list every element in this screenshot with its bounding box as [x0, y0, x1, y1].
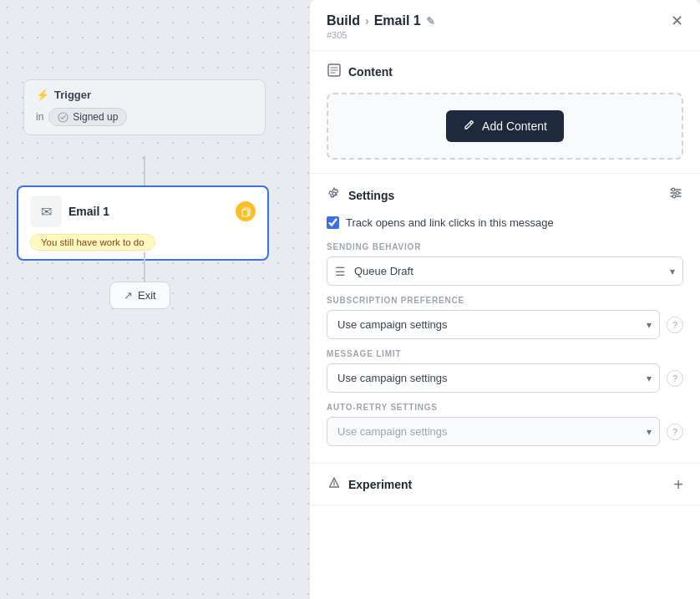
svg-rect-1 [242, 210, 248, 216]
email-node[interactable]: ✉ Email 1 You still have work to do [17, 185, 269, 261]
email-icon: ✉ [41, 204, 52, 220]
breadcrumb-separator: › [365, 14, 369, 28]
tune-icon[interactable] [668, 185, 683, 205]
content-section: Content Add Content [310, 51, 700, 174]
subscription-pref-help-icon[interactable]: ? [667, 317, 683, 333]
signed-up-icon [58, 112, 68, 123]
exit-node[interactable]: ↗ Exit [109, 282, 170, 309]
bolt-icon: ⚡ [36, 89, 49, 101]
svg-line-6 [470, 123, 472, 124]
edit-title-icon[interactable]: ✎ [426, 15, 435, 28]
email-copy-icon[interactable] [236, 201, 256, 221]
auto-retry-row: Use campaign settings ▾ ? [327, 417, 683, 446]
content-section-header[interactable]: Content [310, 51, 700, 93]
message-limit-help-icon[interactable]: ? [667, 370, 683, 387]
close-panel-button[interactable]: ✕ [671, 13, 683, 28]
sending-behavior-label: SENDING BEHAVIOR [327, 242, 683, 251]
exit-label: Exit [138, 289, 156, 302]
trigger-label: Trigger [54, 89, 91, 101]
content-area: Add Content [327, 93, 683, 160]
message-limit-label: MESSAGE LIMIT [327, 349, 683, 358]
experiment-title: Experiment [327, 475, 412, 493]
panel-header: Build › Email 1 ✎ ✕ #305 [310, 0, 700, 51]
add-content-button[interactable]: Add Content [446, 110, 564, 142]
auto-retry-wrapper: Use campaign settings ▾ [327, 417, 660, 446]
svg-point-0 [58, 113, 68, 122]
breadcrumb-build: Build [327, 13, 360, 28]
auto-retry-label: AUTO-RETRY SETTINGS [327, 403, 683, 412]
experiment-section: Experiment + [310, 464, 700, 505]
content-section-title: Content [327, 63, 393, 81]
subscription-pref-row: Use campaign settings ▾ ? [327, 310, 683, 339]
trigger-in-label: in [36, 111, 43, 123]
subscription-pref-wrapper: Use campaign settings ▾ [327, 310, 660, 339]
trigger-node: ⚡ Trigger in Signed up [23, 79, 266, 135]
svg-point-12 [676, 191, 679, 195]
message-limit-row: Use campaign settings ▾ ? [327, 363, 683, 393]
experiment-section-header[interactable]: Experiment + [310, 464, 700, 505]
pencil-icon [463, 119, 475, 134]
message-limit-select[interactable]: Use campaign settings [327, 363, 660, 393]
experiment-icon [327, 475, 342, 493]
connector-line-2 [144, 252, 145, 286]
email-node-title: Email 1 [68, 205, 229, 218]
auto-retry-select[interactable]: Use campaign settings [327, 417, 660, 446]
track-opens-checkbox[interactable] [327, 216, 339, 229]
content-title-text: Content [348, 65, 393, 79]
email-warning-badge: You still have work to do [30, 234, 155, 251]
message-limit-wrapper: Use campaign settings ▾ [327, 363, 660, 393]
track-opens-label: Track opens and link clicks in this mess… [346, 216, 554, 229]
sending-behavior-select[interactable]: Queue Draft [327, 256, 683, 286]
svg-point-7 [332, 192, 336, 195]
exit-icon: ↗ [124, 289, 133, 302]
right-panel: Build › Email 1 ✎ ✕ #305 [309, 0, 700, 599]
settings-section-icon [327, 186, 342, 205]
auto-retry-help-icon[interactable]: ? [667, 424, 683, 440]
copy-icon [241, 206, 251, 217]
svg-point-11 [672, 188, 675, 191]
svg-point-14 [333, 485, 335, 486]
svg-point-13 [672, 195, 676, 198]
content-section-icon [327, 63, 342, 81]
workflow-canvas: ⚡ Trigger in Signed up ✉ Email 1 [0, 0, 309, 599]
settings-body: Track opens and link clicks in this mess… [310, 216, 700, 463]
panel-id: #305 [327, 30, 683, 40]
queue-icon: ☰ [335, 265, 346, 278]
sending-behavior-row: ☰ Queue Draft ▾ [327, 256, 683, 286]
email-icon-box: ✉ [30, 195, 62, 227]
add-content-label: Add Content [482, 119, 547, 133]
experiment-plus-icon[interactable]: + [673, 476, 683, 493]
sending-behavior-wrapper: ☰ Queue Draft ▾ [327, 256, 683, 286]
panel-title: Build › Email 1 ✎ [327, 13, 435, 28]
settings-section: Settings Track open [310, 174, 700, 464]
track-opens-row: Track opens and link clicks in this mess… [327, 216, 683, 229]
panel-body: Content Add Content [310, 51, 700, 599]
settings-title-text: Settings [348, 189, 394, 202]
subscription-pref-label: SUBSCRIPTION PREFERENCE [327, 296, 683, 305]
settings-section-title: Settings [327, 186, 394, 205]
experiment-title-text: Experiment [348, 478, 412, 491]
trigger-badge[interactable]: Signed up [48, 108, 127, 126]
connector-line-1 [144, 156, 145, 190]
breadcrumb-email: Email 1 [374, 13, 421, 28]
settings-section-header[interactable]: Settings [310, 174, 700, 216]
subscription-pref-select[interactable]: Use campaign settings [327, 310, 660, 339]
